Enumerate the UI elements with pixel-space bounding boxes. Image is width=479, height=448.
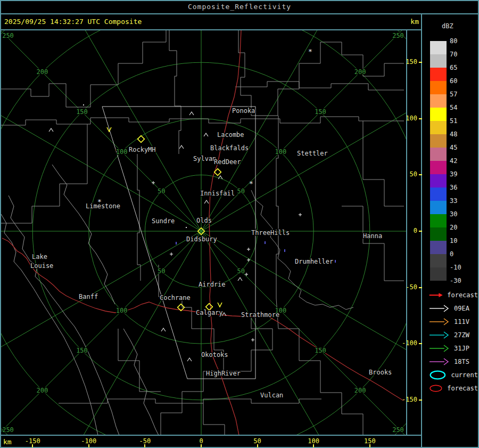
asterisk-marker: * <box>249 180 253 188</box>
ring-label-50km: 50 <box>158 267 165 275</box>
highway-line <box>2 238 265 316</box>
bottom-axis-label-50: 50 <box>253 437 261 445</box>
title-bar: Composite_Reflectivity <box>0 0 479 13</box>
city-label-didsbury: Didsbury <box>186 235 217 243</box>
city-label-olds: Olds <box>196 217 212 224</box>
timestamp-label: 2025/09/25 14:32:27 UTC Composite <box>4 18 142 26</box>
legend-label-current: current <box>451 371 478 379</box>
right-axis-label--100: -100 <box>402 339 417 347</box>
panel-divider <box>421 13 422 447</box>
dbz-color-box--10 <box>430 267 447 281</box>
dbz-scale-label-36: 36 <box>450 184 471 191</box>
right-axis-label--150: -150 <box>402 396 417 403</box>
city-label-stettler: Stettler <box>297 150 328 157</box>
dot-marker <box>83 104 84 105</box>
dbz-scale-label-51: 51 <box>450 117 471 125</box>
peak-caret-marker <box>204 200 209 203</box>
peak-caret-marker <box>161 328 166 331</box>
city-label-calgary: Calgary <box>196 309 223 316</box>
dbz-scale-label-45: 45 <box>450 144 471 151</box>
city-label-hanna: Hanna <box>363 232 382 240</box>
water-mark <box>265 241 266 244</box>
dbz-scale-label-0: 0 <box>450 250 471 258</box>
dbz-scale-label-48: 48 <box>450 131 471 138</box>
dbz-scale-label-39: 39 <box>450 170 471 178</box>
county-boundary <box>363 121 404 206</box>
window-title: Composite_Reflectivity <box>188 3 291 11</box>
dbz-color-box-42 <box>430 161 447 174</box>
arrow-glyph-27ZW <box>429 329 450 341</box>
bottom-axis-label-0: 0 <box>199 437 203 445</box>
dbz-scale-label--10: -10 <box>450 264 471 271</box>
dot-marker <box>186 227 187 228</box>
county-boundary <box>1 30 166 107</box>
city-label-brooks: Brooks <box>369 369 392 376</box>
terrain-outline <box>123 329 159 435</box>
right-axis-label-50: 50 <box>410 170 417 178</box>
right-axis-tick--50 <box>419 287 422 288</box>
ring-label-250km: 250 <box>392 32 404 39</box>
city-label-rockymh: RockyMH <box>129 146 156 153</box>
city-label-limestone: Limestone <box>86 202 120 210</box>
right-axis-tick-150 <box>419 62 422 63</box>
dbz-color-box-54 <box>430 108 447 121</box>
dbz-color-box-51 <box>430 121 447 134</box>
right-axis-label-150: 150 <box>406 58 417 66</box>
city-label-threehills: ThreeHills <box>251 229 290 237</box>
legend-item-forecast-7: forecast <box>429 381 478 395</box>
ring-label-150km: 150 <box>315 108 326 116</box>
county-boundary <box>159 265 224 435</box>
legend-item-111V-2: 111V <box>429 315 478 328</box>
city-label-reddeer: RedDeer <box>214 158 241 166</box>
county-boundary <box>299 329 363 435</box>
legend-label-forecast: forecast <box>447 385 478 392</box>
arrow-glyph-18TS <box>429 356 450 368</box>
ring-label-250km: 250 <box>392 426 404 434</box>
city-label-strathmore: Strathmore <box>241 311 279 319</box>
city-label-highriver: HighRiver <box>206 370 241 377</box>
legend-label-09EA: 09EA <box>454 305 469 312</box>
bottom-axis-tick--150 <box>32 444 33 447</box>
bottom-axis-tick-100 <box>313 444 314 447</box>
city-label-lacombe: Lacombe <box>217 131 244 139</box>
bottom-axis-tick-150 <box>369 444 370 447</box>
highway-line <box>265 315 403 401</box>
radar-map-viewport[interactable]: 5050505010010010010015015015015020020020… <box>1 30 406 435</box>
county-boundary <box>1 117 404 125</box>
legend-item-09EA-1: 09EA <box>429 302 478 315</box>
radar-map-canvas[interactable]: 5050505010010010010015015015015020020020… <box>1 30 406 435</box>
legend-label-111V: 111V <box>454 318 469 325</box>
dbz-color-box-45 <box>430 148 447 161</box>
dbz-color-box-57 <box>430 94 447 108</box>
right-axis-tick-50 <box>419 174 422 175</box>
bottom-axis-tick-50 <box>257 444 258 447</box>
bottom-axis-label--50: -50 <box>139 437 151 445</box>
dbz-color-box-20 <box>430 227 447 241</box>
city-label-airdrie: Airdrie <box>199 281 226 288</box>
ring-label-50km: 50 <box>158 188 165 195</box>
legend-label-31JP: 31JP <box>454 345 469 352</box>
vee-marker <box>218 303 222 307</box>
county-boundary <box>169 30 181 154</box>
right-axis-tick--150 <box>419 400 422 401</box>
dbz-color-box-30 <box>430 214 447 227</box>
county-boundary <box>137 154 141 281</box>
arrow-glyph-09EA <box>429 303 450 314</box>
legend-label-18TS: 18TS <box>454 358 469 365</box>
peak-caret-marker <box>238 278 242 281</box>
radar-site-diamond-marker[interactable] <box>138 136 145 143</box>
bottom-axis-label--100: -100 <box>81 437 96 445</box>
bottom-axis-tick--50 <box>144 444 145 447</box>
arrow-glyph-forecast <box>429 289 443 301</box>
ring-label-200km: 200 <box>36 68 48 76</box>
city-label-vulcan: Vulcan <box>260 392 283 399</box>
peak-caret-marker <box>204 133 208 136</box>
city-label-ponoka: Ponoka <box>232 107 255 115</box>
dbz-color-box-10 <box>430 241 447 254</box>
dbz-scale-label-33: 33 <box>450 197 471 205</box>
county-boundary <box>276 116 278 298</box>
dbz-scale-label-10: 10 <box>450 237 471 245</box>
city-label-innisfail: Innisfail <box>200 190 235 197</box>
ring-label-150km: 150 <box>76 108 88 116</box>
dbz-color-box-70 <box>430 54 447 68</box>
